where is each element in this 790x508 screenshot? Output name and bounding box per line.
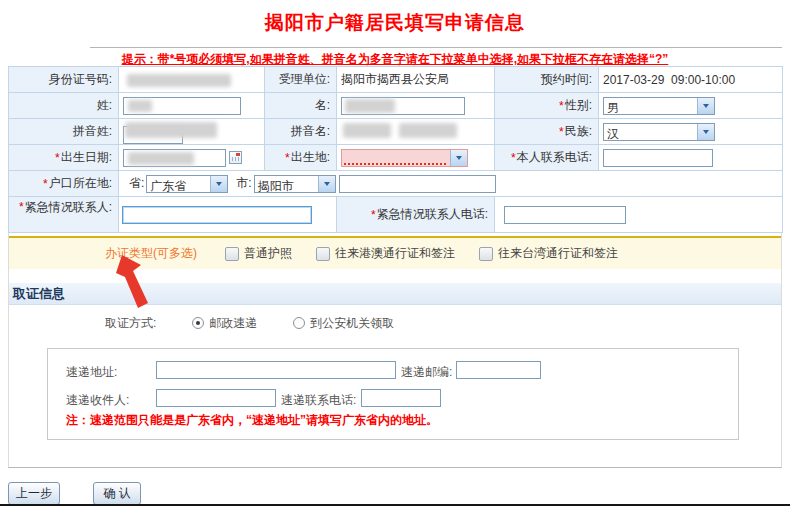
- confirm-button[interactable]: 确 认: [93, 482, 141, 505]
- applicant-form-table: 身份证号码: 受理单位: 揭阳市揭西县公安局 预约时间: 2017-03-29 …: [8, 66, 783, 233]
- method-option-postal-label: 邮政速递: [209, 315, 257, 332]
- checkbox-hk-macau[interactable]: [316, 247, 330, 261]
- birthplace-select[interactable]: [341, 149, 468, 167]
- chevron-down-icon[interactable]: [450, 150, 467, 166]
- given-name-label-cell: 名:: [265, 93, 337, 119]
- appointment-label-cell: 预约时间:: [495, 67, 599, 93]
- surname-value-cell: [119, 93, 265, 119]
- pickup-method-row: 取证方式: 邮政速递 到公安机关领取: [9, 314, 394, 332]
- delivery-note: 注：速递范围只能是是广东省内，“速递地址”请填写广东省内的地址。: [66, 412, 438, 429]
- accept-unit-value-cell: 揭阳市揭西县公安局: [337, 67, 495, 93]
- ethnic-select[interactable]: 汉: [603, 123, 715, 141]
- checkbox-passport[interactable]: [225, 247, 239, 261]
- chevron-down-icon[interactable]: [318, 176, 335, 192]
- emergency-contact-input[interactable]: [122, 206, 312, 224]
- surname-label: 姓:: [97, 97, 112, 114]
- delivery-phone-input[interactable]: [361, 389, 441, 407]
- pinyin-given-label: 拼音名:: [291, 123, 330, 140]
- required-star: *: [19, 200, 24, 214]
- birthdate-label: 出生日期:: [61, 149, 112, 166]
- gender-selected-value: 男: [604, 98, 697, 114]
- emergency-phone-label: 紧急情况联系人电话:: [377, 206, 488, 223]
- pickup-section-title: 取证信息: [13, 285, 65, 303]
- delivery-address-input[interactable]: [156, 361, 396, 379]
- cert-option-taiwan-label: 往来台湾通行证和签注: [498, 245, 618, 262]
- cert-option-taiwan[interactable]: 往来台湾通行证和签注: [479, 245, 618, 262]
- birthdate-value-cell: [119, 145, 265, 171]
- cert-option-hk-macau[interactable]: 往来港澳通行证和签注: [316, 245, 455, 262]
- page-title: 揭阳市户籍居民填写申请信息: [0, 10, 790, 36]
- emergency-phone-label-cell: *紧急情况联系人电话:: [337, 197, 495, 233]
- household-label: 户口所在地:: [49, 175, 112, 192]
- birthplace-selected-value: [342, 150, 450, 166]
- emergency-phone-value-cell: [495, 197, 783, 233]
- ethnic-value-cell: 汉: [599, 119, 783, 145]
- delivery-address-label: 速递地址:: [66, 364, 117, 381]
- accept-unit-label-cell: 受理单位:: [265, 67, 337, 93]
- delivery-recipient-input[interactable]: [156, 389, 276, 407]
- redacted-given-name: [345, 99, 395, 113]
- personal-phone-input[interactable]: [603, 149, 713, 167]
- chevron-down-icon[interactable]: [210, 176, 227, 192]
- delivery-zip-label: 速递邮编:: [401, 364, 452, 381]
- pinyin-surname-value-cell: [119, 119, 265, 145]
- household-label-cell: *户口所在地:: [9, 171, 119, 197]
- gender-label: 性别:: [565, 97, 592, 114]
- pickup-method-label: 取证方式:: [105, 315, 156, 332]
- cert-option-hk-macau-label: 往来港澳通行证和签注: [335, 245, 455, 262]
- method-option-police-station-label: 到公安机关领取: [310, 315, 394, 332]
- delivery-zip-input[interactable]: [456, 361, 541, 379]
- redacted-id-number: [127, 74, 231, 87]
- birthplace-label: 出生地:: [291, 149, 330, 166]
- given-name-label: 名:: [315, 97, 330, 114]
- method-option-postal[interactable]: 邮政速递: [192, 315, 257, 332]
- id-number-label: 身份证号码:: [49, 71, 112, 88]
- radio-police-station[interactable]: [293, 317, 305, 329]
- emergency-phone-input[interactable]: [504, 206, 626, 224]
- calendar-icon[interactable]: [229, 151, 242, 164]
- phone-label: 本人联系电话:: [517, 149, 592, 166]
- required-star: *: [511, 151, 516, 165]
- divider: [90, 47, 782, 48]
- phone-value-cell: [599, 145, 783, 171]
- required-star: *: [285, 151, 290, 165]
- city-selected-value: 揭阳市: [255, 176, 318, 192]
- required-star: *: [43, 177, 48, 191]
- id-number-label-cell: 身份证号码:: [9, 67, 119, 93]
- redacted-pinyin-given-1: [343, 123, 391, 138]
- birthplace-value-cell: [337, 145, 495, 171]
- validation-wavy-underline: [344, 163, 448, 165]
- required-star: *: [559, 125, 564, 139]
- redacted-birthdate: [128, 152, 194, 165]
- checkbox-taiwan[interactable]: [479, 247, 493, 261]
- chevron-down-icon[interactable]: [697, 98, 714, 114]
- prev-step-button[interactable]: 上一步: [8, 482, 60, 505]
- radio-postal-selected[interactable]: [192, 317, 204, 329]
- province-select[interactable]: 广东省: [146, 175, 228, 193]
- city-select[interactable]: 揭阳市: [254, 175, 336, 193]
- surname-label-cell: 姓:: [9, 93, 119, 119]
- gender-select[interactable]: 男: [603, 97, 715, 115]
- cert-option-passport-label: 普通护照: [244, 245, 292, 262]
- delivery-phone-label: 速递联系电话:: [281, 392, 356, 409]
- ethnic-label-cell: *民族:: [495, 119, 599, 145]
- household-value-cell: 省: 广东省 市: 揭阳市: [119, 171, 783, 197]
- pinyin-given-label-cell: 拼音名:: [265, 119, 337, 145]
- required-star: *: [55, 151, 60, 165]
- appointment-label: 预约时间:: [541, 71, 592, 88]
- household-detail-input[interactable]: [339, 175, 496, 193]
- required-star: *: [371, 208, 376, 222]
- birthplace-label-cell: *出生地:: [265, 145, 337, 171]
- emergency-value-cell: [119, 197, 337, 233]
- city-label: 市:: [236, 175, 251, 192]
- required-star: *: [559, 99, 564, 113]
- chevron-down-icon[interactable]: [697, 124, 714, 140]
- pinyin-given-value-cell: [337, 119, 495, 145]
- id-number-value-cell: [119, 67, 265, 93]
- redacted-pinyin-surname: [125, 122, 217, 138]
- method-option-police-station[interactable]: 到公安机关领取: [293, 315, 394, 332]
- gender-value-cell: 男: [599, 93, 783, 119]
- ethnic-selected-value: 汉: [604, 124, 697, 140]
- birthdate-label-cell: *出生日期:: [9, 145, 119, 171]
- cert-option-passport[interactable]: 普通护照: [225, 245, 292, 262]
